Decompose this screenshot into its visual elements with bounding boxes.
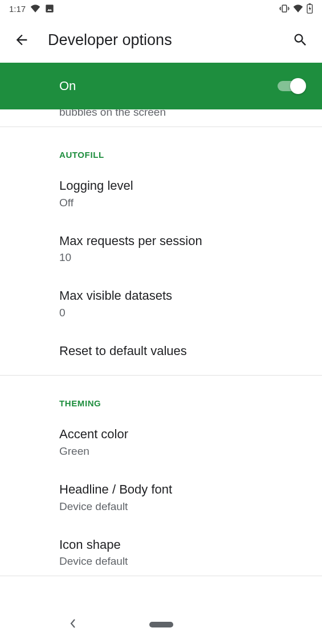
setting-subtitle: Off xyxy=(59,197,308,209)
app-bar: Developer options xyxy=(0,17,322,63)
divider xyxy=(0,576,322,576)
setting-logging-level[interactable]: Logging level Off xyxy=(0,162,322,217)
status-time: 1:17 xyxy=(9,4,26,14)
wifi-icon xyxy=(30,5,40,13)
setting-subtitle: 0 xyxy=(59,307,308,319)
setting-icon-shape[interactable]: Icon shape Device default xyxy=(0,521,322,576)
setting-max-requests[interactable]: Max requests per session 10 xyxy=(0,217,322,272)
master-switch-label: On xyxy=(59,79,278,93)
setting-title: Max requests per session xyxy=(59,233,308,250)
setting-title: Accent color xyxy=(59,426,308,443)
setting-subtitle: 10 xyxy=(59,251,308,264)
vibrate-icon xyxy=(279,4,290,13)
setting-title: Headline / Body font xyxy=(59,482,308,498)
cutoff-setting-subtitle: bubbles on the screen xyxy=(0,109,322,127)
search-button[interactable] xyxy=(291,31,309,49)
back-button[interactable] xyxy=(13,31,31,49)
setting-headline-font[interactable]: Headline / Body font Device default xyxy=(0,466,322,521)
battery-icon xyxy=(307,3,313,14)
wifi-icon-2 xyxy=(293,5,303,13)
setting-reset-defaults[interactable]: Reset to default values xyxy=(0,327,322,376)
settings-scroll-area[interactable]: bubbles on the screen AUTOFILL Logging l… xyxy=(0,109,322,605)
setting-subtitle: Device default xyxy=(59,555,308,568)
page-title: Developer options xyxy=(48,31,291,49)
nav-home-pill[interactable] xyxy=(149,622,173,627)
setting-subtitle: Green xyxy=(59,445,308,458)
setting-max-datasets[interactable]: Max visible datasets 0 xyxy=(0,272,322,327)
master-switch-bar[interactable]: On xyxy=(0,63,322,109)
svg-rect-1 xyxy=(282,5,287,12)
setting-accent-color[interactable]: Accent color Green xyxy=(0,410,322,466)
section-header-autofill: AUTOFILL xyxy=(0,127,322,162)
image-icon xyxy=(45,4,54,13)
svg-rect-7 xyxy=(309,3,311,5)
status-bar: 1:17 xyxy=(0,0,322,17)
setting-subtitle: Device default xyxy=(59,500,308,513)
setting-title: Logging level xyxy=(59,178,308,194)
system-nav-bar xyxy=(0,605,322,644)
section-header-theming: THEMING xyxy=(0,376,322,410)
setting-title: Reset to default values xyxy=(59,343,308,360)
setting-title: Icon shape xyxy=(59,537,308,553)
nav-back-button[interactable] xyxy=(68,618,78,631)
master-switch-toggle[interactable] xyxy=(278,78,306,95)
svg-rect-0 xyxy=(46,5,54,12)
setting-title: Max visible datasets xyxy=(59,288,308,304)
